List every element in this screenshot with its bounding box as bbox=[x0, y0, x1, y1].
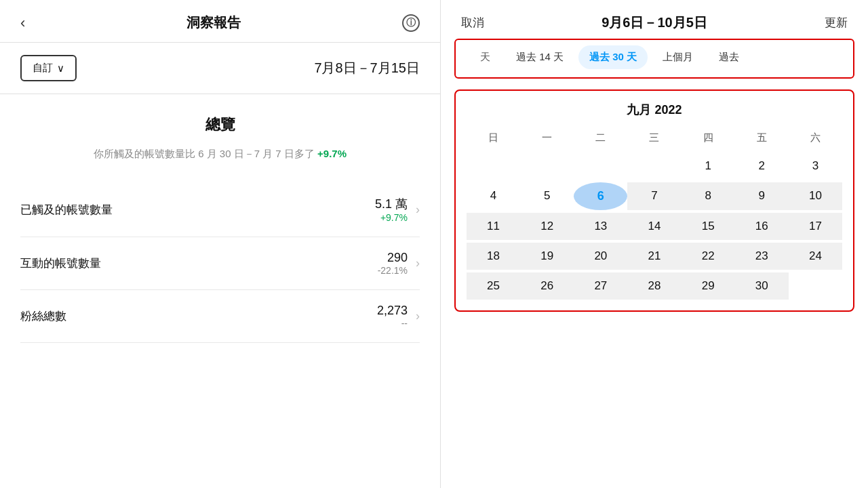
stat-change-followers: -- bbox=[377, 318, 408, 329]
weekday-thu: 四 bbox=[682, 129, 735, 147]
stat-item-interaction[interactable]: 互動的帳號數量 290 -22.1% › bbox=[20, 237, 420, 290]
stat-change-interaction: -22.1% bbox=[378, 265, 408, 276]
date-picker-header: 取消 9月6日－10月5日 更新 bbox=[441, 0, 868, 39]
update-button[interactable]: 更新 bbox=[825, 15, 848, 30]
weekday-tue: 二 bbox=[574, 129, 627, 147]
chevron-icon-followers: › bbox=[416, 309, 420, 323]
weekday-wed: 三 bbox=[627, 129, 681, 147]
calendar-day[interactable]: 15 bbox=[682, 213, 735, 240]
preset-row: 天 過去 14 天 過去 30 天 上個月 過去 bbox=[454, 39, 854, 79]
calendar-day[interactable]: 9 bbox=[735, 182, 789, 210]
calendar-day[interactable]: 2 bbox=[735, 152, 789, 180]
preset-btn-30[interactable]: 過去 30 天 bbox=[578, 45, 648, 69]
stat-label-reach: 已觸及的帳號數量 bbox=[20, 202, 113, 218]
calendar-day bbox=[574, 152, 627, 180]
preset-btn-last-month[interactable]: 上個月 bbox=[652, 45, 704, 69]
calendar-day[interactable]: 25 bbox=[467, 272, 520, 300]
calendar-day[interactable]: 3 bbox=[789, 152, 842, 180]
calendar-day bbox=[520, 152, 574, 180]
overview-title: 總覽 bbox=[20, 115, 420, 135]
selected-range-label: 9月6日－10月5日 bbox=[601, 14, 707, 32]
right-panel: 取消 9月6日－10月5日 更新 天 過去 14 天 過去 30 天 上個月 過… bbox=[441, 0, 868, 488]
chevron-icon-interaction: › bbox=[416, 256, 420, 270]
calendar-area: 九月 2022 日 一 二 三 四 五 六 123456789101112131… bbox=[454, 89, 854, 312]
info-icon[interactable]: ⓘ bbox=[402, 14, 420, 32]
weekday-fri: 五 bbox=[735, 129, 789, 147]
calendar-day[interactable]: 6 bbox=[574, 182, 627, 210]
cancel-button[interactable]: 取消 bbox=[461, 15, 484, 30]
calendar-day[interactable]: 24 bbox=[789, 243, 842, 270]
weekday-mon: 一 bbox=[520, 129, 574, 147]
stat-value-interaction: 290 bbox=[378, 251, 408, 265]
calendar-day[interactable]: 12 bbox=[520, 213, 574, 240]
calendar-day bbox=[467, 152, 520, 180]
calendar-day[interactable]: 30 bbox=[735, 272, 789, 300]
calendar-day[interactable]: 7 bbox=[627, 182, 681, 210]
overview-section: 總覽 你所觸及的帳號數量比 6 月 30 日－7 月 7 日多了 +9.7% bbox=[0, 94, 440, 176]
calendar-day[interactable]: 5 bbox=[520, 182, 574, 210]
stat-item-followers[interactable]: 粉絲總數 2,273 -- › bbox=[20, 290, 420, 343]
stat-change-reach: +9.7% bbox=[375, 212, 408, 223]
calendar-day bbox=[627, 152, 681, 180]
calendar-day[interactable]: 8 bbox=[682, 182, 735, 210]
calendar-day[interactable]: 27 bbox=[574, 272, 627, 300]
calendar-day[interactable]: 23 bbox=[735, 243, 789, 270]
calendar-day[interactable]: 13 bbox=[574, 213, 627, 240]
calendar-grid: 日 一 二 三 四 五 六 12345678910111213141516171… bbox=[467, 129, 842, 300]
calendar-day bbox=[789, 272, 842, 300]
calendar-day[interactable]: 21 bbox=[627, 243, 681, 270]
calendar-day[interactable]: 18 bbox=[467, 243, 520, 270]
calendar-day[interactable]: 4 bbox=[467, 182, 520, 210]
date-range-label: 7月8日－7月15日 bbox=[314, 59, 420, 77]
calendar-day[interactable]: 14 bbox=[627, 213, 681, 240]
calendar-month-title: 九月 2022 bbox=[467, 102, 842, 118]
header: ‹ 洞察報告 ⓘ bbox=[0, 0, 440, 43]
calendar-day[interactable]: 17 bbox=[789, 213, 842, 240]
weekday-sun: 日 bbox=[467, 129, 520, 147]
calendar-day[interactable]: 19 bbox=[520, 243, 574, 270]
stat-value-followers: 2,273 bbox=[377, 304, 408, 318]
calendar-day[interactable]: 11 bbox=[467, 213, 520, 240]
preset-btn-14[interactable]: 過去 14 天 bbox=[505, 45, 574, 69]
chevron-icon-reach: › bbox=[416, 203, 420, 217]
filter-row: 自訂 ∨ 7月8日－7月15日 bbox=[0, 43, 440, 94]
calendar-day[interactable]: 29 bbox=[682, 272, 735, 300]
overview-desc: 你所觸及的帳號數量比 6 月 30 日－7 月 7 日多了 +9.7% bbox=[20, 146, 420, 162]
calendar-weekdays: 日 一 二 三 四 五 六 bbox=[467, 129, 842, 147]
calendar-day[interactable]: 20 bbox=[574, 243, 627, 270]
weekday-sat: 六 bbox=[789, 129, 842, 147]
stat-label-interaction: 互動的帳號數量 bbox=[20, 256, 101, 271]
calendar-day[interactable]: 1 bbox=[682, 152, 735, 180]
stat-label-followers: 粉絲總數 bbox=[20, 308, 66, 324]
calendar-day[interactable]: 28 bbox=[627, 272, 681, 300]
left-panel: ‹ 洞察報告 ⓘ 自訂 ∨ 7月8日－7月15日 總覽 你所觸及的帳號數量比 6… bbox=[0, 0, 441, 488]
custom-button[interactable]: 自訂 ∨ bbox=[20, 55, 77, 81]
stats-list: 已觸及的帳號數量 5.1 萬 +9.7% › 互動的帳號數量 290 -22.1… bbox=[0, 176, 440, 350]
calendar-day[interactable]: 22 bbox=[682, 243, 735, 270]
preset-btn-past[interactable]: 過去 bbox=[708, 45, 750, 69]
back-button[interactable]: ‹ bbox=[20, 14, 25, 32]
calendar-day[interactable]: 26 bbox=[520, 272, 574, 300]
calendar-days: 1234567891011121314151617181920212223242… bbox=[467, 152, 842, 300]
preset-btn-days[interactable]: 天 bbox=[469, 45, 501, 69]
calendar-day[interactable]: 10 bbox=[789, 182, 842, 210]
page-title: 洞察報告 bbox=[186, 14, 241, 32]
stat-value-reach: 5.1 萬 bbox=[375, 196, 408, 212]
calendar-day[interactable]: 16 bbox=[735, 213, 789, 240]
stat-item-reach[interactable]: 已觸及的帳號數量 5.1 萬 +9.7% › bbox=[20, 182, 420, 237]
